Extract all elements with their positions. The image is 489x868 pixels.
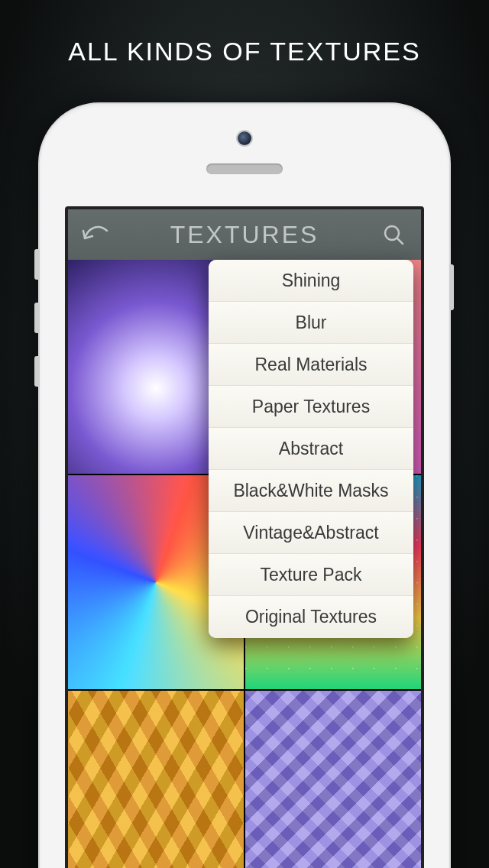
phone-camera [238, 131, 251, 145]
svg-line-1 [397, 238, 403, 244]
back-icon[interactable] [79, 218, 112, 251]
texture-thumbnail[interactable] [245, 691, 421, 868]
category-item-real-materials[interactable]: Real Materials [209, 344, 413, 386]
app-screen: TEXTURES Shining Blur Real Materials Pap… [65, 206, 424, 868]
screen-title: TEXTURES [68, 221, 421, 249]
marketing-headline: ALL KINDS OF TEXTURES [0, 37, 489, 66]
category-item-shining[interactable]: Shining [209, 260, 413, 302]
texture-thumbnail[interactable] [68, 691, 244, 868]
category-item-vintage-abstract[interactable]: Vintage&Abstract [209, 512, 413, 554]
search-icon[interactable] [377, 218, 410, 251]
phone-speaker [206, 164, 283, 174]
phone-mockup: TEXTURES Shining Blur Real Materials Pap… [38, 102, 451, 868]
category-item-bw-masks[interactable]: Black&White Masks [209, 470, 413, 512]
category-item-original[interactable]: Original Textures [209, 596, 413, 638]
app-header: TEXTURES [68, 209, 421, 260]
category-popover: Shining Blur Real Materials Paper Textur… [209, 260, 413, 638]
category-item-blur[interactable]: Blur [209, 302, 413, 344]
category-item-texture-pack[interactable]: Texture Pack [209, 554, 413, 596]
category-item-paper-textures[interactable]: Paper Textures [209, 386, 413, 428]
category-item-abstract[interactable]: Abstract [209, 428, 413, 470]
